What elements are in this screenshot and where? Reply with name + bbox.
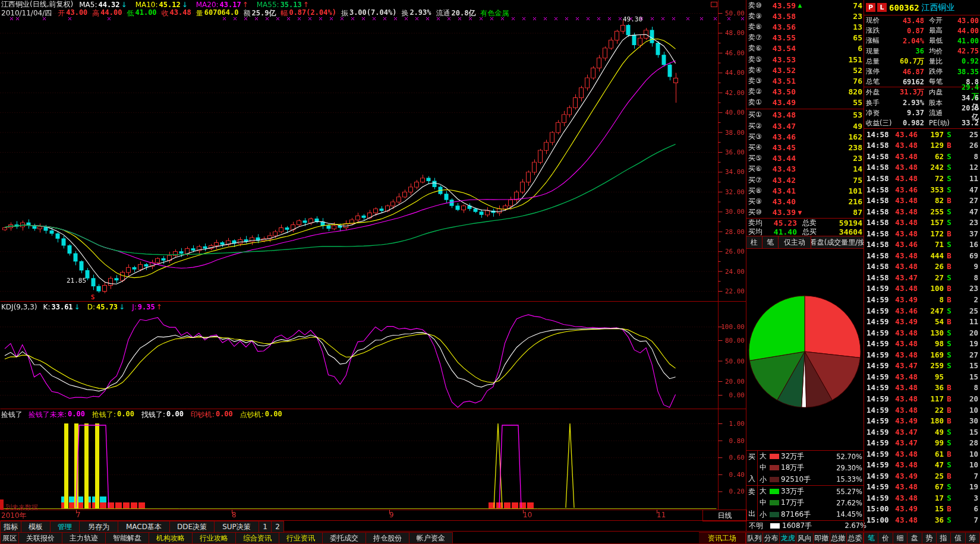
function-tab-持仓股份[interactable]: 持仓股份 (366, 532, 409, 544)
bid-row[interactable]: 买⑩43.39▼87 (746, 207, 864, 218)
ask-row[interactable]: 卖③43.5176 (746, 75, 864, 86)
tick-row[interactable]: 14:5943.4898S19 (864, 338, 980, 349)
function-tab-智能解盘[interactable]: 智能解盘 (106, 532, 149, 544)
tick-row[interactable]: 14:5943.4954B11 (864, 316, 980, 327)
toolbar-tab-DDE决策[interactable]: DDE决策 (170, 521, 215, 533)
tick-row[interactable]: 14:5943.48169S27 (864, 349, 980, 360)
flow-tab-总委[interactable]: 总委 (847, 532, 864, 544)
tick-row[interactable]: 14:5943.48130S20 (864, 327, 980, 339)
flow-tab-龙虎[interactable]: 龙虎 (780, 532, 796, 544)
book-tab-1[interactable]: 笔 (762, 236, 779, 248)
tick-row[interactable]: 14:5843.48444B69 (864, 250, 980, 261)
quote-label: 总量 (866, 57, 896, 66)
bid-row[interactable]: 买⑧43.41101 (746, 185, 864, 196)
tick-row[interactable]: 14:5843.46353S47 (864, 184, 980, 195)
toolbar-tab-模板[interactable]: 模板 (21, 521, 51, 533)
tick-row[interactable]: 14:5843.4671S16 (864, 239, 980, 251)
function-tab-主力轨迹[interactable]: 主力轨迹 (62, 532, 106, 544)
ask-row[interactable]: 卖④43.5252 (746, 65, 864, 75)
function-tab-行业资讯[interactable]: 行业资讯 (279, 532, 323, 544)
tick-row[interactable]: 14:5843.46197S25 (864, 129, 980, 140)
ask-row[interactable]: 卖⑨43.5823 (746, 11, 864, 21)
bid-row[interactable]: 买⑨43.40216 (746, 196, 864, 207)
function-tab-委托成交[interactable]: 委托成交 (323, 532, 366, 544)
tick-tab-价[interactable]: 价 (878, 532, 893, 544)
flow-tab-队列[interactable]: 队列 (746, 532, 763, 544)
tick-row[interactable]: 14:5843.48157S23 (864, 217, 980, 228)
function-tab-帐户资金[interactable]: 帐户资金 (409, 532, 453, 544)
book-tab-2[interactable]: 仅主动 (779, 236, 811, 248)
tick-row[interactable]: 14:5943.48117B20 (864, 393, 980, 404)
tick-row[interactable]: 14:5843.4872S11 (864, 173, 980, 184)
tick-row[interactable]: 14:5943.47259S15 (864, 360, 980, 372)
tick-row[interactable]: 15:0043.4836S7 (864, 514, 980, 526)
tick-row[interactable]: 14:5943.498B2 (864, 294, 980, 305)
ask-row[interactable]: 卖①43.4955 (746, 97, 864, 108)
tick-tab-值[interactable]: 值 (951, 532, 965, 544)
tick-row[interactable]: 14:5943.48100B23 (864, 283, 980, 295)
function-tab-关联报价[interactable]: 关联报价 (19, 532, 62, 544)
news-factory-tab[interactable]: 资讯工场 (699, 532, 746, 544)
toolbar-tab-SUP决策[interactable]: SUP决策 (215, 521, 259, 533)
tick-row[interactable]: 14:5943.49180B30 (864, 415, 980, 426)
tick-row[interactable]: 14:5943.4822B10 (864, 404, 980, 416)
tick-tab-细[interactable]: 细 (893, 532, 907, 544)
flow-tab-分布[interactable]: 分布 (763, 532, 780, 544)
tick-row[interactable]: 14:5943.4749S15 (864, 426, 980, 438)
tick-row[interactable]: 14:5943.4836B8 (864, 382, 980, 394)
ask-row[interactable]: 卖⑩43.59▲74 (746, 0, 864, 11)
function-tab-机构攻略[interactable]: 机构攻略 (149, 532, 193, 544)
bid-row[interactable]: 买①43.4853 (746, 110, 864, 121)
bid-row[interactable]: 买⑥43.4314 (746, 164, 864, 175)
tick-row[interactable]: 14:5843.4727S8 (864, 272, 980, 283)
bid-row[interactable]: 买③43.46162 (746, 131, 864, 142)
ask-row[interactable]: 卖⑧43.5613 (746, 21, 864, 32)
tick-tab-笔[interactable]: 笔 (864, 532, 878, 544)
tick-row[interactable]: 14:5843.48242S12 (864, 162, 980, 173)
toolbar-tab-另存为[interactable]: 另存为 (80, 521, 118, 533)
tick-row[interactable]: 14:5943.46247S25 (864, 305, 980, 317)
book-tab-0[interactable]: 柱 (746, 236, 762, 248)
ask-row[interactable]: 卖⑦43.5565 (746, 33, 864, 43)
book-tab-3[interactable]: 龙虎看盘(成交量里/按所有 (811, 236, 864, 248)
tick-tab-势[interactable]: 势 (922, 532, 937, 544)
tick-row[interactable]: 15:0043.4915B6 (864, 504, 980, 515)
tick-row[interactable]: 14:5843.4826B9 (864, 261, 980, 273)
toolbar-tab-MACD基本[interactable]: MACD基本 (118, 521, 170, 533)
function-tab-行业攻略[interactable]: 行业攻略 (193, 532, 236, 544)
tick-row[interactable]: 14:5843.48129B26 (864, 140, 980, 151)
ask-row[interactable]: 卖②43.50820 (746, 87, 864, 97)
tick-tab-筹[interactable]: 筹 (966, 532, 980, 544)
bid-row[interactable]: 买⑤43.4423 (746, 153, 864, 164)
tick-row[interactable]: 14:5943.4847S10 (864, 459, 980, 470)
flow-tab-风向[interactable]: 风向 (796, 532, 813, 544)
tick-row[interactable]: 14:5943.4817S3 (864, 492, 980, 504)
bid-row[interactable]: 买②43.4749 (746, 121, 864, 131)
function-tab-展区[interactable]: 展区 (0, 532, 19, 544)
flow-tab-总撤[interactable]: 总撤 (830, 532, 847, 544)
flow-tab-即撤[interactable]: 即撤 (814, 532, 830, 544)
tick-list[interactable]: 14:5843.46197S2514:5843.48129B2614:5843.… (864, 129, 980, 526)
toolbar-tab-1[interactable]: 1 (259, 521, 272, 533)
ask-row[interactable]: 卖⑥43.546 (746, 43, 864, 54)
ask-row[interactable]: 卖⑤43.53151 (746, 54, 864, 65)
tick-row[interactable]: 14:5943.4867S19 (864, 482, 980, 493)
toolbar-tab-指标[interactable]: 指标 (0, 521, 21, 533)
function-tab-综合资讯[interactable]: 综合资讯 (236, 532, 279, 544)
bid-row[interactable]: 买⑦43.4275 (746, 175, 864, 185)
tick-tab-指[interactable]: 指 (937, 532, 951, 544)
tick-row[interactable]: 14:5843.48172B37 (864, 228, 980, 239)
chart-corner-icon[interactable] (711, 2, 717, 7)
tick-row[interactable]: 14:5843.48255S47 (864, 206, 980, 217)
tick-row[interactable]: 14:5943.489515 (864, 371, 980, 382)
tick-row[interactable]: 14:5943.4861B10 (864, 448, 980, 460)
toolbar-tab-管理[interactable]: 管理 (51, 521, 80, 533)
tick-tab-盘[interactable]: 盘 (907, 532, 922, 544)
tick-row[interactable]: 14:5843.4882B27 (864, 195, 980, 206)
tick-row[interactable]: 14:5943.4799S28 (864, 437, 980, 448)
tick-row[interactable]: 14:5843.4862S8 (864, 151, 980, 162)
period-selector[interactable]: 日线 (702, 510, 747, 521)
tick-row[interactable]: 14:5943.4925B7 (864, 470, 980, 482)
bid-row[interactable]: 买④43.45238 (746, 142, 864, 153)
toolbar-tab-2[interactable]: 2 (272, 521, 284, 533)
